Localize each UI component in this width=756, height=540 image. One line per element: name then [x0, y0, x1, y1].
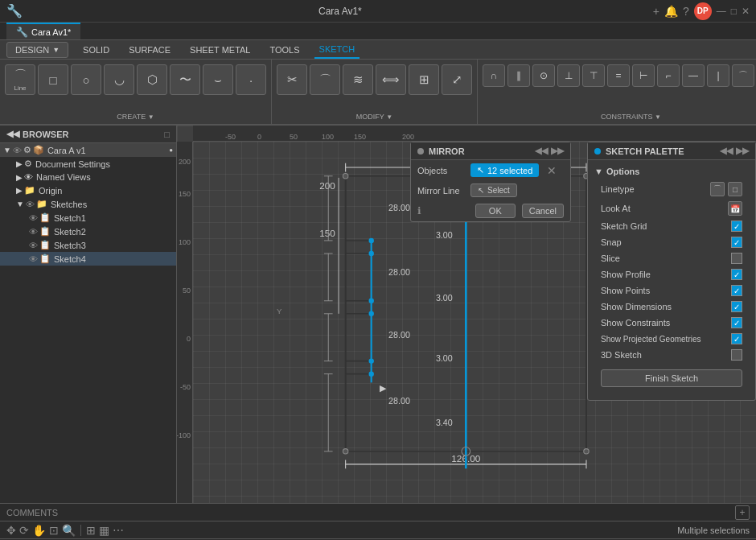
svg-point-56 — [343, 174, 347, 179]
eye6-icon[interactable]: 👁 — [29, 241, 38, 250]
fix-tool[interactable]: ⊤ — [582, 64, 605, 87]
menu-surface[interactable]: SURFACE — [124, 40, 175, 59]
add-comment-btn[interactable]: + — [735, 505, 750, 520]
eye7-icon[interactable]: 👁 — [29, 254, 38, 264]
list-view-icon[interactable]: ▦ — [99, 524, 109, 537]
eye-icon[interactable]: 👁 — [13, 146, 22, 155]
menu-sketch[interactable]: SKETCH — [314, 40, 360, 59]
trim-tool[interactable]: ⌒ — [310, 64, 340, 95]
maximize-btn[interactable]: □ — [731, 6, 737, 17]
mirror-select-btn[interactable]: ↖ Select — [470, 183, 517, 197]
design-menu[interactable]: DESIGN ▼ — [6, 42, 68, 58]
conic-tool[interactable]: ⌣ — [203, 64, 233, 95]
point-tool[interactable]: · — [236, 64, 266, 95]
palette-expand-icon[interactable]: ◀◀ ▶▶ — [720, 146, 749, 156]
clear-selection-btn[interactable]: ✕ — [547, 164, 557, 177]
sketchgrid-checkbox[interactable]: ✓ — [731, 221, 742, 232]
eye5-icon[interactable]: 👁 — [29, 227, 38, 237]
menu-solid[interactable]: SOLID — [78, 40, 114, 59]
info-icon: ℹ — [417, 205, 421, 216]
minimize-btn[interactable]: — — [717, 6, 726, 17]
showconstraints-checkbox[interactable]: ✓ — [731, 317, 742, 328]
more-view-icon[interactable]: ⋯ — [113, 524, 124, 537]
showdimensions-checkbox[interactable]: ✓ — [731, 301, 742, 312]
spline-tool[interactable]: 〜 — [170, 64, 200, 95]
midpoint-tool[interactable]: ⊥ — [557, 64, 580, 87]
scale-tool[interactable]: ⤢ — [442, 64, 472, 95]
triangle-icon: ▼ — [594, 167, 603, 176]
eye3-icon[interactable]: 👁 — [26, 200, 35, 209]
showpoints-checkbox[interactable]: ✓ — [731, 285, 742, 296]
browser-item-cara[interactable]: ▼ 👁 ⚙ 📦 Cara A v1 ● — [0, 143, 176, 157]
browser-item-sketch3[interactable]: 👁 📋 Sketch3 — [0, 238, 176, 252]
browser-item-namedviews[interactable]: ▶ 👁 Named Views — [0, 171, 176, 183]
collinear-tool[interactable]: ∥ — [507, 64, 530, 87]
linetype-icon1[interactable]: ⌒ — [710, 182, 725, 196]
mirror-collapse-icon[interactable]: ◀◀ ▶▶ — [535, 146, 564, 156]
offset-tool[interactable]: ≋ — [343, 64, 373, 95]
lookat-icon1[interactable]: 📅 — [728, 201, 742, 216]
help-icon[interactable]: ? — [683, 5, 689, 18]
svg-point-50 — [369, 238, 374, 243]
user-profile[interactable]: DP — [694, 2, 712, 20]
camera-orbit-icon[interactable]: ⟳ — [19, 524, 29, 537]
horizontal-tool[interactable]: — — [682, 64, 705, 87]
new-tab-btn[interactable]: + — [653, 5, 659, 18]
menu-sheet-metal[interactable]: SHEET METAL — [185, 40, 255, 59]
arc-tool[interactable]: ◡ — [104, 64, 134, 95]
pattern-tool[interactable]: ⊞ — [409, 64, 439, 95]
linetype-icon2[interactable]: □ — [728, 182, 742, 196]
palette-options-section: ▼ Options Linetype ⌒ □ Look At 📅 — [588, 160, 755, 400]
move-tool-icon[interactable]: ✥ — [6, 524, 16, 537]
browser-expand-btn[interactable]: □ — [164, 130, 170, 139]
svg-text:3.40: 3.40 — [436, 418, 453, 427]
rect-tool[interactable]: □ — [38, 64, 68, 95]
palette-row-snap: Snap ✓ — [594, 234, 749, 250]
showprojected-checkbox[interactable]: ✓ — [731, 333, 742, 344]
slice-checkbox[interactable] — [731, 253, 742, 264]
equal-tool[interactable]: = — [607, 64, 630, 87]
close-btn[interactable]: ✕ — [742, 6, 750, 17]
polygon-tool[interactable]: ⬡ — [137, 64, 167, 95]
browser-item-sketch2[interactable]: 👁 📋 Sketch2 — [0, 225, 176, 238]
snap-checkbox[interactable]: ✓ — [731, 237, 742, 248]
grid-view-icon[interactable]: ⊞ — [86, 524, 96, 537]
perpendicular-tool[interactable]: ⌐ — [657, 64, 680, 87]
mirror-info-row: ℹ OK Cancel — [411, 200, 570, 221]
toolbar: ⌒Line □ ○ ◡ ⬡ 〜 ⌣ · CREATE ▼ ✂ ⌒ ≋ ⟺ ⊞ ⤢… — [0, 60, 756, 126]
circle-tool[interactable]: ○ — [71, 64, 101, 95]
fillet-tool[interactable]: ✂ — [277, 64, 307, 95]
pan-tool-icon[interactable]: ✋ — [32, 524, 46, 537]
palette-options-title[interactable]: ▼ Options — [594, 163, 749, 179]
vertical-tool[interactable]: | — [707, 64, 729, 87]
selected-count-badge[interactable]: ↖ 12 selected — [470, 163, 539, 177]
eye4-icon[interactable]: 👁 — [29, 213, 38, 223]
browser-item-sketch1[interactable]: 👁 📋 Sketch1 — [0, 211, 176, 225]
origin-label: Origin — [39, 186, 62, 196]
line-tool[interactable]: ⌒Line — [5, 64, 35, 95]
parallel-tool[interactable]: ⊢ — [632, 64, 655, 87]
browser-item-sketch4[interactable]: 👁 📋 Sketch4 — [0, 252, 176, 266]
coincident-tool[interactable]: ∩ — [483, 64, 505, 87]
tab-cara-av1[interactable]: 🔧 Cara Av1* — [6, 23, 80, 39]
browser-item-sketches[interactable]: ▼ 👁 📁 Sketches — [0, 197, 176, 211]
concentric-tool[interactable]: ⊙ — [532, 64, 555, 87]
status-right: Multiple selections — [677, 526, 750, 535]
showprofile-checkbox[interactable]: ✓ — [731, 269, 742, 280]
canvas-area[interactable]: -50 0 50 100 150 200 200 150 100 50 0 -5… — [177, 126, 756, 503]
browser-item-docsettings[interactable]: ▶ ⚙ Document Settings — [0, 157, 176, 171]
browser-item-origin[interactable]: ▶ 📁 Origin — [0, 183, 176, 197]
notifications-icon[interactable]: 🔔 — [664, 5, 678, 18]
mirror-tool[interactable]: ⟺ — [376, 64, 406, 95]
mirror-cancel-btn[interactable]: Cancel — [522, 204, 564, 218]
tangent-tool[interactable]: ⌒ — [732, 64, 754, 87]
browser-collapse-icon[interactable]: ◀◀ — [6, 129, 19, 139]
mirror-ok-btn[interactable]: OK — [475, 204, 516, 218]
menu-tools[interactable]: TOOLS — [265, 40, 304, 59]
fit-view-icon[interactable]: ⊡ — [49, 524, 59, 537]
3dsketch-checkbox[interactable] — [731, 349, 742, 361]
snap-label: Snap — [601, 237, 622, 247]
sketch-icon-1: 📋 — [39, 212, 51, 223]
zoom-icon[interactable]: 🔍 — [62, 524, 76, 537]
palette-finish-btn[interactable]: Finish Sketch — [601, 369, 742, 387]
